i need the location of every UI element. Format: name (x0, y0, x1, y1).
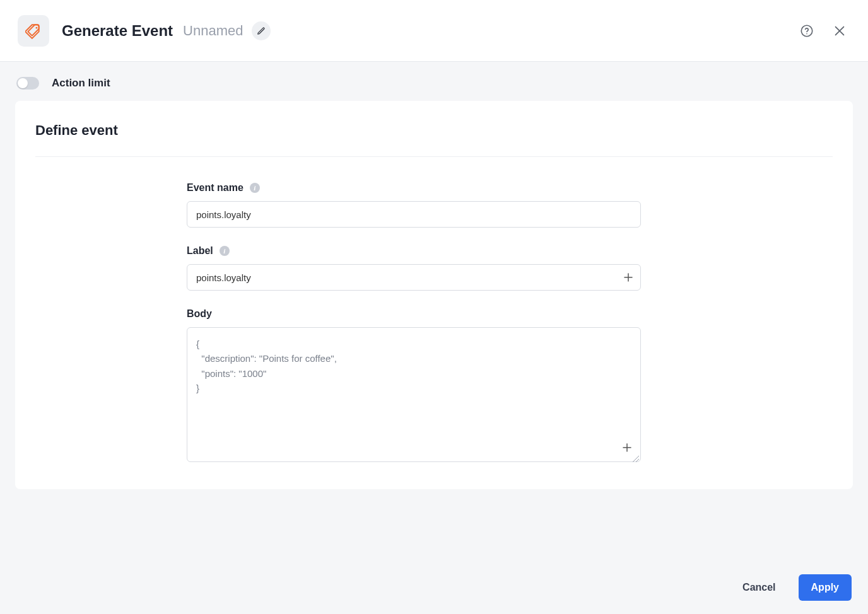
body-add-button[interactable] (619, 440, 635, 455)
body-textarea[interactable] (187, 327, 641, 462)
event-name-input[interactable] (187, 201, 641, 228)
apply-button[interactable]: Apply (799, 574, 852, 601)
plus-icon (623, 272, 634, 283)
card-title: Define event (35, 122, 833, 157)
pencil-icon (257, 26, 266, 35)
edit-title-button[interactable] (252, 21, 271, 40)
body-label: Body (187, 308, 212, 320)
dialog-subtitle: Unnamed (183, 23, 243, 39)
label-label: Label (187, 245, 213, 257)
help-icon (800, 24, 814, 38)
define-event-card: Define event Event name i Label i (15, 101, 853, 489)
action-limit-toggle[interactable] (16, 77, 39, 90)
body-field: Body (187, 308, 641, 464)
cancel-button[interactable]: Cancel (730, 574, 788, 601)
event-icon (18, 15, 49, 47)
dialog-header: Generate Event Unnamed (0, 0, 868, 62)
form-column: Event name i Label i (187, 182, 641, 464)
close-button[interactable] (829, 20, 850, 42)
svg-point-2 (806, 33, 807, 34)
dialog-footer: Cancel Apply (0, 561, 868, 614)
info-icon[interactable]: i (250, 183, 260, 193)
action-limit-label: Action limit (52, 77, 110, 90)
dialog-title: Generate Event (62, 22, 173, 40)
event-name-field: Event name i (187, 182, 641, 228)
help-button[interactable] (796, 20, 818, 42)
close-icon (833, 24, 847, 38)
toggle-knob (18, 78, 28, 88)
plus-icon (621, 442, 633, 453)
label-add-button[interactable] (619, 269, 637, 286)
info-icon[interactable]: i (220, 246, 230, 256)
label-input[interactable] (187, 264, 641, 291)
action-limit-row: Action limit (0, 62, 868, 101)
event-name-label: Event name (187, 182, 243, 194)
label-field: Label i (187, 245, 641, 291)
svg-point-0 (36, 26, 38, 28)
